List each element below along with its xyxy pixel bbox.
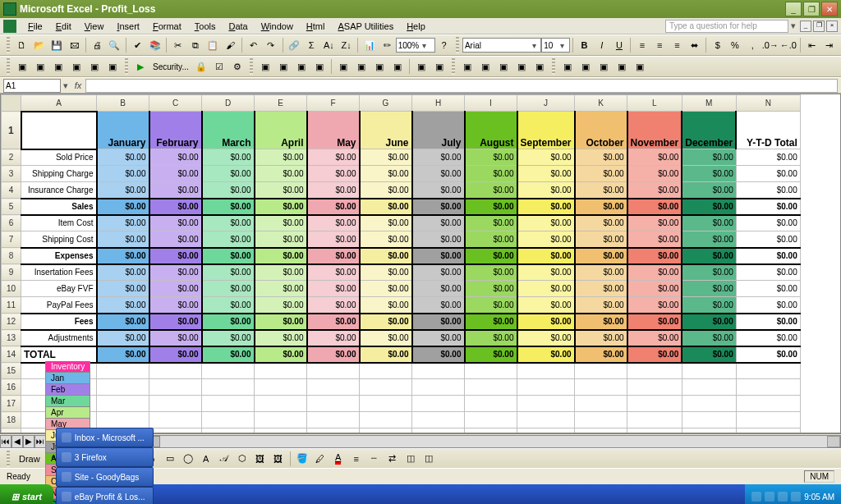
cell[interactable] [307,379,360,396]
cell[interactable] [360,412,412,428]
cell[interactable] [97,396,149,412]
italic-icon[interactable]: I [593,36,610,54]
cell[interactable]: $0.00 [682,297,736,314]
row-header-8[interactable]: 8 [2,248,21,264]
cell[interactable]: $0.00 [97,166,149,182]
tb-icon[interactable]: ▣ [476,57,494,76]
cell[interactable]: $0.00 [627,215,682,231]
play-icon[interactable]: ▶ [131,57,149,76]
draw-menu[interactable]: Draw [13,450,46,468]
cell[interactable]: $0.00 [202,231,255,248]
cell[interactable]: $0.00 [97,281,149,297]
cell[interactable]: Sold Price [21,149,97,166]
minimize-button[interactable]: _ [785,2,802,16]
cell[interactable]: March [202,112,255,149]
cell[interactable]: $0.00 [575,199,627,215]
name-box-input[interactable] [4,80,60,92]
formula-input[interactable] [85,79,838,93]
cell[interactable]: $0.00 [202,330,255,346]
cell[interactable]: $0.00 [575,231,627,248]
cell[interactable]: $0.00 [736,182,800,199]
cell[interactable]: $0.00 [412,149,465,166]
cell[interactable] [575,363,627,379]
row-header-5[interactable]: 5 [2,199,21,215]
row-header-13[interactable]: 13 [2,330,21,346]
save-icon[interactable]: 💾 [48,36,65,54]
cell[interactable] [412,396,465,412]
cell[interactable]: $0.00 [360,215,412,231]
cell[interactable]: $0.00 [202,166,255,182]
cell[interactable]: $0.00 [307,215,360,231]
taskbar-button[interactable]: 3 Firefox [56,447,154,467]
cell[interactable]: $0.00 [255,182,307,199]
cell[interactable]: $0.00 [97,182,149,199]
cell[interactable]: $0.00 [517,264,575,281]
cell[interactable]: $0.00 [736,346,800,363]
cell[interactable]: $0.00 [412,346,465,363]
cell[interactable]: $0.00 [465,166,517,182]
sort-asc-icon[interactable]: A↓ [320,36,338,54]
dash-style-icon[interactable]: ┄ [365,450,384,468]
cell[interactable]: November [627,112,682,149]
paste-icon[interactable]: 📋 [205,36,222,54]
tab-last-icon[interactable]: ⏭ [34,435,46,448]
line-color-icon[interactable]: 🖊 [311,450,329,468]
cell[interactable] [627,412,682,428]
shadow-icon[interactable]: ◫ [402,450,420,468]
cell[interactable]: $0.00 [627,248,682,264]
cell[interactable] [465,412,517,428]
cell[interactable] [360,379,412,396]
cell[interactable]: $0.00 [97,149,149,166]
fx-icon[interactable]: fx [71,80,85,90]
row-header-16[interactable]: 16 [2,379,21,396]
toolbar-grip[interactable] [7,451,10,467]
cell[interactable]: $0.00 [517,248,575,264]
cell[interactable]: $0.00 [202,314,255,330]
column-header-M[interactable]: M [682,95,736,112]
open-file-icon[interactable]: 📂 [30,36,48,54]
comma-icon[interactable]: , [744,36,761,54]
cell[interactable] [149,396,202,412]
cell[interactable]: $0.00 [465,314,517,330]
help-search-box[interactable]: Type a question for help [665,20,788,33]
system-tray[interactable]: 9:05 AM [745,484,841,504]
cell[interactable]: $0.00 [360,182,412,199]
increase-decimal-icon[interactable]: .0→ [761,36,779,54]
cell[interactable] [682,396,736,412]
cell[interactable]: $0.00 [149,314,202,330]
cell[interactable]: $0.00 [307,314,360,330]
sort-desc-icon[interactable]: Z↓ [338,36,355,54]
cell[interactable]: $0.00 [307,166,360,182]
cell[interactable]: $0.00 [360,199,412,215]
cell[interactable] [682,412,736,428]
cell[interactable]: Adjustments [21,330,97,346]
tb-icon[interactable]: ▣ [292,57,310,76]
cell[interactable]: $0.00 [682,231,736,248]
cell[interactable]: $0.00 [412,330,465,346]
cell[interactable]: $0.00 [682,149,736,166]
cell[interactable]: $0.00 [517,166,575,182]
cell[interactable]: $0.00 [149,330,202,346]
font-combo[interactable]: Arial▾ [462,38,541,53]
cell[interactable]: $0.00 [307,297,360,314]
percent-icon[interactable]: % [726,36,743,54]
cell[interactable] [307,396,360,412]
mdi-close-button[interactable]: × [826,21,838,32]
cell[interactable]: January [97,112,149,149]
cell[interactable] [736,379,800,396]
cell[interactable]: $0.00 [255,330,307,346]
cell[interactable]: $0.00 [360,314,412,330]
cell[interactable]: $0.00 [736,314,800,330]
row-header-15[interactable]: 15 [2,363,21,379]
cell[interactable] [517,363,575,379]
cell[interactable] [97,363,149,379]
cell[interactable]: $0.00 [360,248,412,264]
cell[interactable]: $0.00 [149,231,202,248]
cell[interactable]: $0.00 [255,149,307,166]
arrow-style-icon[interactable]: ⇄ [384,450,402,468]
tab-first-icon[interactable]: ⏮ [0,435,11,448]
row-header-9[interactable]: 9 [2,264,21,281]
cell[interactable]: $0.00 [465,346,517,363]
clock[interactable]: 9:05 AM [804,493,834,502]
cell[interactable]: $0.00 [307,248,360,264]
